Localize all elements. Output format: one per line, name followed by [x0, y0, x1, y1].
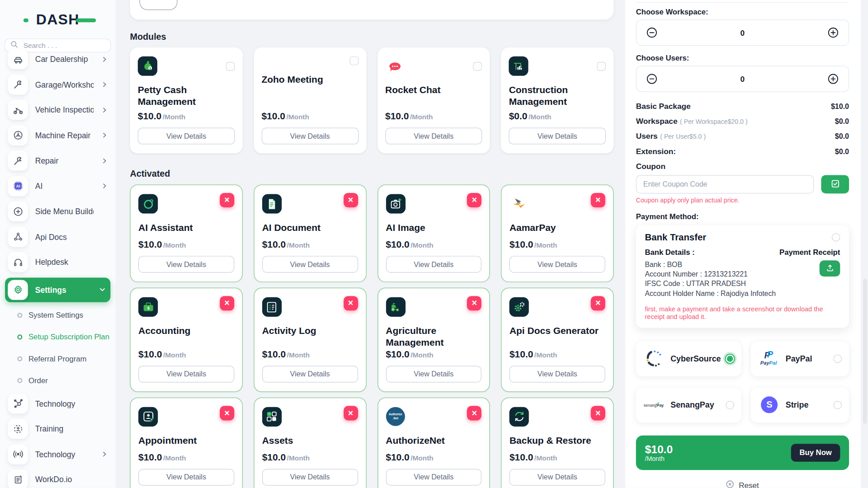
price-amount: $10.0 [262, 239, 286, 250]
remove-module-button[interactable] [591, 193, 605, 207]
sidebar-item-settings[interactable]: Settings [5, 277, 110, 302]
view-details-button[interactable]: View Details [509, 128, 606, 145]
activated-grid: AI Assistant $10.0/Month View Details AI… [130, 184, 614, 488]
sidebar-subitem[interactable]: Order [5, 371, 110, 389]
remove-module-button[interactable] [343, 406, 358, 420]
view-details-button[interactable]: View Details [262, 256, 358, 272]
plus-icon[interactable] [827, 27, 839, 38]
module-title: Api Docs Generator [509, 325, 605, 337]
sidebar-subitem[interactable]: Referral Program [5, 350, 110, 367]
sidebar-item[interactable]: Side Menu Builder [5, 201, 110, 221]
price-period: /Month [534, 351, 557, 359]
upload-receipt-button[interactable] [820, 260, 840, 277]
view-details-button[interactable]: View Details [386, 366, 481, 382]
view-details-button[interactable]: View Details [509, 366, 605, 382]
sidebar-item-label: Garage/Workshop [35, 80, 94, 89]
sidebar-item[interactable]: Api Docs [5, 227, 110, 247]
sidebar: DASH Car Dealership Garage/Workshop [0, 0, 115, 488]
gateway-radio[interactable] [726, 401, 735, 409]
gateway-card[interactable]: S Stripe [751, 387, 849, 422]
billing-toggle[interactable] [139, 0, 177, 10]
sidebar-item[interactable]: Technology [5, 394, 110, 413]
module-price: $0.0/Month [509, 111, 606, 122]
minus-icon[interactable] [646, 27, 658, 38]
view-details-button[interactable]: View Details [509, 256, 605, 272]
search-input[interactable] [22, 41, 105, 50]
remove-module-button[interactable] [467, 406, 481, 420]
buy-now-button[interactable]: Buy Now [791, 444, 840, 461]
remove-module-button[interactable] [343, 296, 358, 310]
sidebar-item[interactable]: Helpdesk [5, 252, 110, 272]
scrollbar[interactable] [863, 0, 868, 488]
view-details-button[interactable]: View Details [138, 469, 234, 486]
sidebar-item[interactable]: Machine Repair [5, 125, 110, 145]
module-checkbox[interactable] [473, 61, 482, 70]
remove-module-button[interactable] [591, 406, 605, 420]
gateway-radio[interactable] [834, 401, 842, 409]
svg-text:PayPal: PayPal [760, 360, 777, 366]
view-details-button[interactable]: View Details [386, 469, 481, 486]
view-details-button[interactable]: View Details [262, 366, 358, 382]
view-details-button[interactable]: View Details [261, 128, 358, 145]
sidebar-item[interactable]: Garage/Workshop [5, 75, 110, 94]
sidebar-item[interactable]: Repair [5, 150, 110, 170]
gateway-radio[interactable] [834, 355, 842, 363]
chevron-right-icon [101, 182, 108, 189]
view-details-button[interactable]: View Details [262, 469, 358, 486]
view-details-button[interactable]: View Details [509, 469, 605, 486]
gateway-card[interactable]: PPPayPal PayPal [751, 341, 849, 376]
coupon-input[interactable] [636, 175, 814, 193]
remove-module-button[interactable] [467, 296, 481, 310]
view-details-button[interactable]: View Details [386, 256, 481, 272]
module-checkbox[interactable] [597, 61, 606, 70]
remove-module-button[interactable] [591, 296, 605, 310]
module-price: $10.0/Month [509, 349, 605, 360]
sidebar-subitem[interactable]: System Settings [5, 306, 110, 324]
view-details-button[interactable]: View Details [138, 366, 234, 382]
module-checkbox[interactable] [349, 56, 359, 66]
sidebar-item-label: Helpdesk [35, 258, 94, 267]
sidebar-item[interactable]: AI AI [5, 176, 110, 196]
price-period: /Month [528, 113, 552, 121]
price-amount: $10.0 [386, 452, 410, 463]
view-details-button[interactable]: View Details [138, 128, 235, 145]
sidebar-item[interactable]: WorkDo.io [5, 469, 110, 488]
remove-module-button[interactable] [220, 406, 234, 420]
chevron-right-icon [101, 131, 108, 139]
remove-module-button[interactable] [220, 193, 234, 207]
gateway-card[interactable]: CyberSource [636, 341, 742, 376]
price-period: /Month [287, 351, 310, 359]
sidebar-item-label: AI [35, 182, 94, 191]
sidebar-item[interactable]: Training [5, 419, 110, 439]
sidebar-subitem[interactable]: Setup Subscription Plan [5, 328, 110, 346]
activated-module-card: Backup & Restore $10.0/Month View Detail… [501, 398, 613, 488]
apply-coupon-button[interactable] [821, 175, 849, 193]
module-price: $10.0/Month [138, 111, 235, 122]
reset-button[interactable]: Reset [636, 480, 849, 488]
sidebar-item[interactable]: Technology [5, 444, 110, 464]
gear-icon [8, 280, 28, 300]
bank-transfer-radio[interactable] [832, 233, 840, 242]
remove-module-button[interactable] [467, 193, 481, 207]
module-title: AuthorizeNet [386, 435, 481, 446]
summary-row: Workspace ( Per Workspace$20.0 ) $0.0 [636, 116, 849, 126]
module-icon [509, 56, 528, 76]
gateway-card[interactable]: senangPay SenangPay [636, 387, 742, 422]
coupon-label: Coupon [636, 162, 849, 171]
remove-module-button[interactable] [220, 296, 234, 310]
sidebar-item[interactable]: Car Dealership [5, 49, 110, 69]
svg-text:$: $ [149, 66, 151, 70]
view-details-button[interactable]: View Details [138, 256, 234, 272]
scrollbar-thumb[interactable] [863, 279, 867, 424]
view-details-button[interactable]: View Details [385, 128, 482, 145]
minus-icon[interactable] [646, 73, 658, 85]
app-logo: DASH [24, 11, 91, 29]
summary-row: Users ( Per User$5.0 ) $0.0 [636, 131, 849, 141]
gateway-radio[interactable] [726, 355, 735, 363]
plus-icon[interactable] [827, 73, 839, 85]
chevron-right-icon [101, 157, 108, 164]
remove-module-button[interactable] [343, 193, 358, 207]
sidebar-item[interactable]: Vehicle Inspection [5, 100, 110, 120]
module-checkbox[interactable] [226, 61, 235, 70]
chevron-right-icon [101, 450, 108, 458]
